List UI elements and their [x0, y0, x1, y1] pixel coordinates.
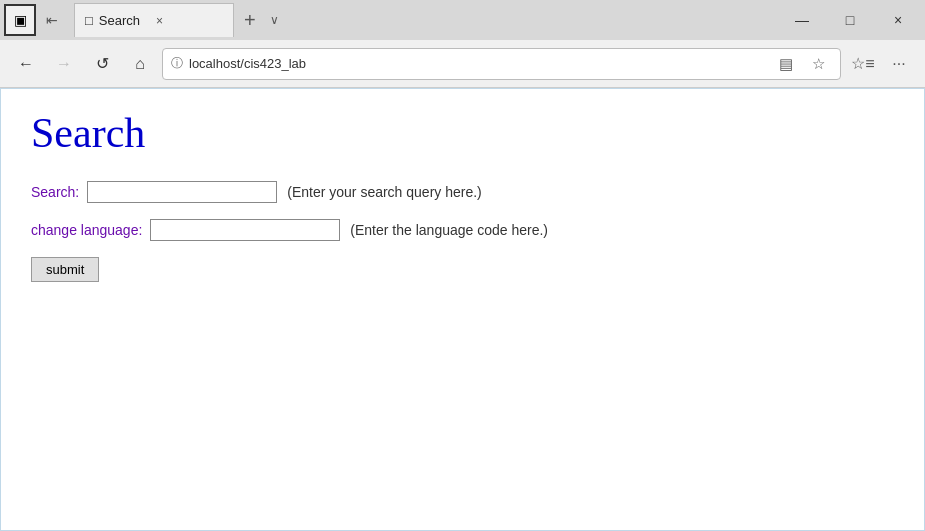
refresh-button[interactable]: ↺	[86, 48, 118, 80]
new-tab-button[interactable]: +	[236, 9, 264, 32]
close-button[interactable]: ×	[875, 4, 921, 36]
language-label: change language:	[31, 222, 142, 238]
nav-right-icons: ☆≡ ···	[847, 48, 915, 80]
forward-button[interactable]: →	[48, 48, 80, 80]
info-icon: ⓘ	[171, 55, 183, 72]
search-label: Search:	[31, 184, 79, 200]
search-input[interactable]	[87, 181, 277, 203]
tab-title: Search	[99, 13, 140, 28]
back-button[interactable]: ←	[10, 48, 42, 80]
address-bar-actions: ▤ ☆	[772, 50, 832, 78]
favorites-list-button[interactable]: ☆≡	[847, 48, 879, 80]
language-hint: (Enter the language code here.)	[350, 222, 548, 238]
reader-icon[interactable]: ▤	[772, 50, 800, 78]
submit-button[interactable]: submit	[31, 257, 99, 282]
submit-row: submit	[31, 257, 894, 282]
browser-window: ▣ ⇤ □ Search × + ∨ — □ × ← → ↺ ⌂ ⓘ local…	[0, 0, 925, 531]
browser-icons-left: ▣ ⇤	[4, 4, 66, 36]
minimize-button[interactable]: —	[779, 4, 825, 36]
pin-icon[interactable]: ⇤	[38, 6, 66, 34]
active-tab[interactable]: □ Search ×	[74, 3, 234, 37]
window-controls: — □ ×	[779, 4, 921, 36]
address-text: localhost/cis423_lab	[189, 56, 766, 71]
language-input[interactable]	[150, 219, 340, 241]
language-row: change language: (Enter the language cod…	[31, 219, 894, 241]
favorites-icon[interactable]: ☆	[804, 50, 832, 78]
search-hint: (Enter your search query here.)	[287, 184, 482, 200]
tab-icon-box: ▣	[4, 4, 36, 36]
tab-dropdown-button[interactable]: ∨	[266, 13, 283, 27]
maximize-button[interactable]: □	[827, 4, 873, 36]
tab-page-icon: □	[85, 13, 93, 28]
page-content: Search Search: (Enter your search query …	[0, 88, 925, 531]
address-bar[interactable]: ⓘ localhost/cis423_lab ▤ ☆	[162, 48, 841, 80]
home-button[interactable]: ⌂	[124, 48, 156, 80]
search-row: Search: (Enter your search query here.)	[31, 181, 894, 203]
nav-bar: ← → ↺ ⌂ ⓘ localhost/cis423_lab ▤ ☆ ☆≡ ··…	[0, 40, 925, 88]
tab-close-button[interactable]: ×	[156, 14, 163, 28]
more-button[interactable]: ···	[883, 48, 915, 80]
tab-bar: ▣ ⇤ □ Search × + ∨ — □ ×	[0, 0, 925, 40]
page-icon: ▣	[14, 12, 27, 28]
page-title: Search	[31, 109, 894, 157]
